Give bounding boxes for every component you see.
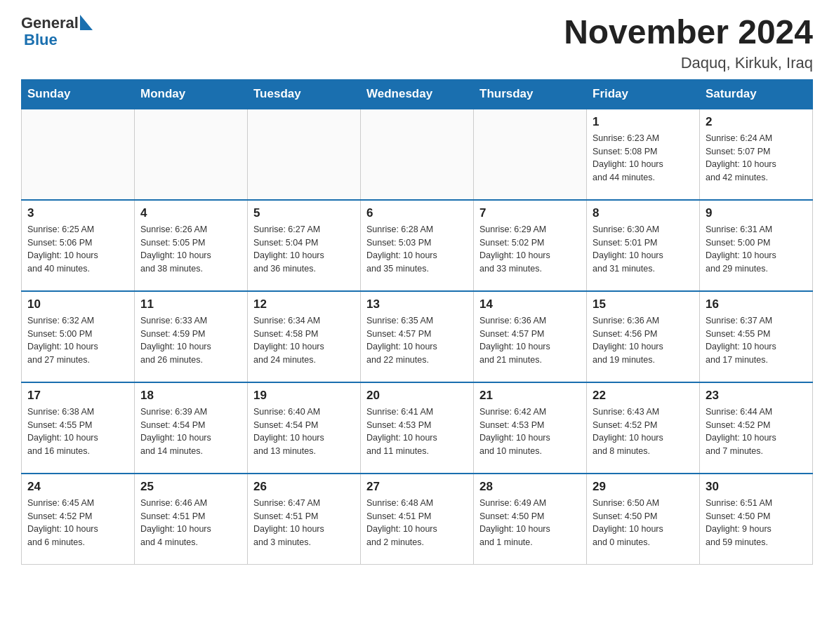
calendar-cell: 9Sunrise: 6:31 AMSunset: 5:00 PMDaylight… xyxy=(700,200,813,291)
day-number: 20 xyxy=(366,389,468,403)
day-info: Sunrise: 6:49 AMSunset: 4:50 PMDaylight:… xyxy=(479,497,581,549)
svg-marker-0 xyxy=(80,15,93,30)
week-row-2: 3Sunrise: 6:25 AMSunset: 5:06 PMDaylight… xyxy=(22,200,813,291)
day-number: 26 xyxy=(253,480,355,494)
calendar-table: Sunday Monday Tuesday Wednesday Thursday… xyxy=(21,79,813,565)
day-info: Sunrise: 6:48 AMSunset: 4:51 PMDaylight:… xyxy=(366,497,468,549)
day-number: 2 xyxy=(706,115,807,129)
calendar-cell: 1Sunrise: 6:23 AMSunset: 5:08 PMDaylight… xyxy=(587,109,700,200)
day-info: Sunrise: 6:33 AMSunset: 4:59 PMDaylight:… xyxy=(140,314,241,367)
calendar-cell: 30Sunrise: 6:51 AMSunset: 4:50 PMDayligh… xyxy=(700,474,813,565)
day-number: 17 xyxy=(27,389,128,403)
day-info: Sunrise: 6:32 AMSunset: 5:00 PMDaylight:… xyxy=(27,314,128,367)
day-number: 28 xyxy=(479,480,581,494)
day-number: 24 xyxy=(27,480,128,494)
calendar-title: November 2024 xyxy=(564,14,813,51)
col-sunday: Sunday xyxy=(22,79,135,109)
day-info: Sunrise: 6:50 AMSunset: 4:50 PMDaylight:… xyxy=(593,497,694,549)
week-row-5: 24Sunrise: 6:45 AMSunset: 4:52 PMDayligh… xyxy=(22,474,813,565)
day-number: 10 xyxy=(27,297,128,311)
day-number: 12 xyxy=(253,297,355,311)
day-number: 22 xyxy=(593,389,694,403)
calendar-cell: 16Sunrise: 6:37 AMSunset: 4:55 PMDayligh… xyxy=(700,291,813,382)
day-info: Sunrise: 6:51 AMSunset: 4:50 PMDaylight:… xyxy=(706,497,807,549)
calendar-cell: 14Sunrise: 6:36 AMSunset: 4:57 PMDayligh… xyxy=(474,291,587,382)
day-info: Sunrise: 6:25 AMSunset: 5:06 PMDaylight:… xyxy=(27,223,128,276)
day-number: 1 xyxy=(593,115,694,129)
calendar-header-row: Sunday Monday Tuesday Wednesday Thursday… xyxy=(22,79,813,109)
calendar-cell: 25Sunrise: 6:46 AMSunset: 4:51 PMDayligh… xyxy=(135,474,248,565)
col-wednesday: Wednesday xyxy=(361,79,474,109)
day-number: 27 xyxy=(366,480,468,494)
col-tuesday: Tuesday xyxy=(248,79,361,109)
day-number: 5 xyxy=(253,206,355,220)
logo: General Blue xyxy=(21,14,93,49)
calendar-cell: 24Sunrise: 6:45 AMSunset: 4:52 PMDayligh… xyxy=(22,474,135,565)
day-number: 11 xyxy=(140,297,241,311)
calendar-cell: 12Sunrise: 6:34 AMSunset: 4:58 PMDayligh… xyxy=(248,291,361,382)
week-row-4: 17Sunrise: 6:38 AMSunset: 4:55 PMDayligh… xyxy=(22,382,813,474)
day-number: 21 xyxy=(479,389,581,403)
calendar-cell: 15Sunrise: 6:36 AMSunset: 4:56 PMDayligh… xyxy=(587,291,700,382)
calendar-cell xyxy=(474,109,587,200)
day-number: 25 xyxy=(140,480,241,494)
title-area: November 2024 Daquq, Kirkuk, Iraq xyxy=(564,14,813,72)
calendar-cell: 21Sunrise: 6:42 AMSunset: 4:53 PMDayligh… xyxy=(474,382,587,474)
calendar-cell: 5Sunrise: 6:27 AMSunset: 5:04 PMDaylight… xyxy=(248,200,361,291)
day-number: 23 xyxy=(706,389,807,403)
day-number: 15 xyxy=(593,297,694,311)
day-info: Sunrise: 6:40 AMSunset: 4:54 PMDaylight:… xyxy=(253,405,355,458)
day-number: 30 xyxy=(706,480,807,494)
calendar-cell: 28Sunrise: 6:49 AMSunset: 4:50 PMDayligh… xyxy=(474,474,587,565)
calendar-cell: 13Sunrise: 6:35 AMSunset: 4:57 PMDayligh… xyxy=(361,291,474,382)
day-info: Sunrise: 6:37 AMSunset: 4:55 PMDaylight:… xyxy=(706,314,807,367)
day-number: 7 xyxy=(479,206,581,220)
calendar-cell xyxy=(135,109,248,200)
calendar-cell: 22Sunrise: 6:43 AMSunset: 4:52 PMDayligh… xyxy=(587,382,700,474)
calendar-cell: 4Sunrise: 6:26 AMSunset: 5:05 PMDaylight… xyxy=(135,200,248,291)
calendar-cell xyxy=(361,109,474,200)
col-monday: Monday xyxy=(135,79,248,109)
day-number: 3 xyxy=(27,206,128,220)
day-info: Sunrise: 6:26 AMSunset: 5:05 PMDaylight:… xyxy=(140,223,241,276)
calendar-cell: 3Sunrise: 6:25 AMSunset: 5:06 PMDaylight… xyxy=(22,200,135,291)
calendar-cell: 26Sunrise: 6:47 AMSunset: 4:51 PMDayligh… xyxy=(248,474,361,565)
day-info: Sunrise: 6:27 AMSunset: 5:04 PMDaylight:… xyxy=(253,223,355,276)
day-info: Sunrise: 6:31 AMSunset: 5:00 PMDaylight:… xyxy=(706,223,807,276)
week-row-3: 10Sunrise: 6:32 AMSunset: 5:00 PMDayligh… xyxy=(22,291,813,382)
day-info: Sunrise: 6:36 AMSunset: 4:56 PMDaylight:… xyxy=(593,314,694,367)
calendar-cell: 19Sunrise: 6:40 AMSunset: 4:54 PMDayligh… xyxy=(248,382,361,474)
calendar-cell: 27Sunrise: 6:48 AMSunset: 4:51 PMDayligh… xyxy=(361,474,474,565)
calendar-cell: 23Sunrise: 6:44 AMSunset: 4:52 PMDayligh… xyxy=(700,382,813,474)
day-number: 9 xyxy=(706,206,807,220)
day-number: 14 xyxy=(479,297,581,311)
day-number: 16 xyxy=(706,297,807,311)
day-info: Sunrise: 6:28 AMSunset: 5:03 PMDaylight:… xyxy=(366,223,468,276)
day-number: 19 xyxy=(253,389,355,403)
logo-icon-wrap: General Blue xyxy=(21,14,93,49)
calendar-cell: 20Sunrise: 6:41 AMSunset: 4:53 PMDayligh… xyxy=(361,382,474,474)
calendar-cell: 8Sunrise: 6:30 AMSunset: 5:01 PMDaylight… xyxy=(587,200,700,291)
day-info: Sunrise: 6:46 AMSunset: 4:51 PMDaylight:… xyxy=(140,497,241,549)
page-header: General Blue November 2024 Daquq, Kirkuk… xyxy=(21,14,813,72)
day-info: Sunrise: 6:43 AMSunset: 4:52 PMDaylight:… xyxy=(593,405,694,458)
day-number: 6 xyxy=(366,206,468,220)
day-number: 29 xyxy=(593,480,694,494)
day-info: Sunrise: 6:41 AMSunset: 4:53 PMDaylight:… xyxy=(366,405,468,458)
col-thursday: Thursday xyxy=(474,79,587,109)
day-info: Sunrise: 6:35 AMSunset: 4:57 PMDaylight:… xyxy=(366,314,468,367)
day-number: 4 xyxy=(140,206,241,220)
day-info: Sunrise: 6:44 AMSunset: 4:52 PMDaylight:… xyxy=(706,405,807,458)
calendar-cell: 11Sunrise: 6:33 AMSunset: 4:59 PMDayligh… xyxy=(135,291,248,382)
calendar-cell: 6Sunrise: 6:28 AMSunset: 5:03 PMDaylight… xyxy=(361,200,474,291)
col-friday: Friday xyxy=(587,79,700,109)
day-info: Sunrise: 6:42 AMSunset: 4:53 PMDaylight:… xyxy=(479,405,581,458)
day-number: 8 xyxy=(593,206,694,220)
calendar-subtitle: Daquq, Kirkuk, Iraq xyxy=(564,54,813,72)
calendar-cell: 7Sunrise: 6:29 AMSunset: 5:02 PMDaylight… xyxy=(474,200,587,291)
day-info: Sunrise: 6:30 AMSunset: 5:01 PMDaylight:… xyxy=(593,223,694,276)
calendar-cell xyxy=(22,109,135,200)
logo-general-text: General xyxy=(21,14,79,32)
day-number: 18 xyxy=(140,389,241,403)
day-number: 13 xyxy=(366,297,468,311)
